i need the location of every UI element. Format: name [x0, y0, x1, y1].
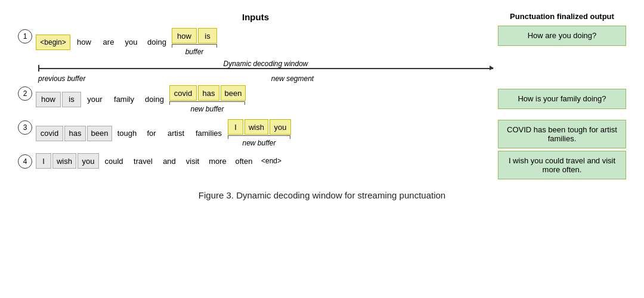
row-number-2: 2 [18, 86, 32, 101]
token-tough: tough [113, 126, 141, 141]
token-travel: travel [129, 153, 157, 169]
token-doing2: doing [141, 92, 168, 107]
output-4: I wish you could travel and visit more o… [498, 151, 626, 179]
token-often: often [231, 153, 256, 169]
row-1-tokens: <begin> how are you doing how is bu [36, 28, 217, 56]
token-covid2: covid [36, 126, 63, 141]
token-family: family [109, 92, 140, 107]
buffer-label-1: buffer [172, 48, 217, 56]
token-wish2: wish [52, 153, 76, 169]
token-doing1: doing [143, 35, 171, 50]
token-is2: is [62, 92, 81, 107]
output-3: COVID has been tough for artist families… [498, 120, 626, 148]
token-has1: has [198, 85, 219, 101]
row-1: 1 <begin> how are you doing how is [18, 28, 493, 56]
right-title: Punctuation finalized output [498, 12, 626, 22]
token-could: could [100, 153, 128, 169]
token-is1: is [198, 28, 217, 44]
row-number-3: 3 [18, 120, 32, 135]
token-how3: how [36, 92, 61, 107]
token-more: more [205, 153, 230, 169]
new-segment-label: new segment [92, 74, 493, 83]
token-and: and [159, 153, 180, 169]
token-has2: has [64, 126, 86, 141]
token-for: for [142, 126, 161, 141]
token-I2: I [36, 153, 51, 169]
row-2: 2 how is your family doing covid has [18, 85, 493, 113]
row-2-tokens: how is your family doing covid has been [36, 85, 246, 113]
token-begin: <begin> [36, 35, 70, 50]
output-1: How are you doing? [498, 26, 626, 46]
token-are: are [98, 35, 119, 50]
dynamic-window-label: Dynamic decoding window [223, 60, 308, 68]
new-buffer-label-3: new buffer [228, 139, 290, 147]
token-you2: you [270, 119, 291, 135]
row-3-tokens: covid has been tough for artist families… [36, 119, 291, 147]
token-artist: artist [162, 126, 190, 141]
row-number-4: 4 [18, 154, 32, 169]
new-buffer-label-2: new buffer [169, 105, 245, 113]
row-4-tokens: I wish you could travel and visit more o… [36, 153, 285, 169]
token-you1: you [120, 35, 142, 50]
token-end: <end> [258, 153, 285, 169]
token-your: your [82, 92, 107, 107]
token-wish1: wish [244, 119, 268, 135]
dynamic-window-annotation: Dynamic decoding window previous buffer … [38, 62, 493, 83]
token-you3: you [78, 153, 99, 169]
output-2: How is your family doing? [498, 89, 626, 109]
token-visit: visit [181, 153, 204, 169]
token-I1: I [228, 119, 243, 135]
inputs-title: Inputs [18, 12, 493, 22]
row-4: 4 I wish you could travel and visit more… [18, 153, 493, 169]
figure-caption: Figure 3. Dynamic decoding window for st… [199, 190, 445, 200]
prev-buffer-label: previous buffer [38, 74, 92, 83]
row-3: 3 covid has been tough for artist famili… [18, 119, 493, 147]
token-covid1: covid [169, 85, 197, 101]
token-been1: been [221, 85, 246, 101]
token-been2: been [87, 126, 112, 141]
row-number-1: 1 [18, 29, 32, 44]
token-how2: how [172, 28, 197, 44]
token-how1: how [72, 35, 97, 50]
token-families: families [191, 126, 227, 141]
